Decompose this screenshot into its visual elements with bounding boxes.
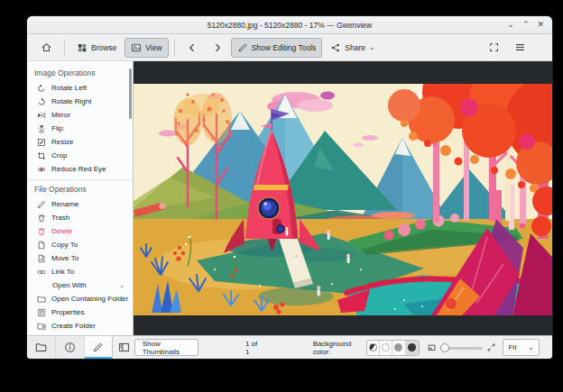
item-label: Create Folder <box>51 322 96 330</box>
pencil-icon <box>237 42 248 53</box>
sidebar-item-move-to[interactable]: Move To <box>27 251 133 265</box>
forward-icon <box>212 42 223 53</box>
half-circle-icon <box>369 343 377 351</box>
sidebar-item-trash[interactable]: Trash <box>27 211 133 224</box>
sidebar-item-rename[interactable]: Rename <box>27 197 133 211</box>
home-icon <box>41 41 52 53</box>
bg-color-dark-button[interactable] <box>406 341 419 355</box>
resize-icon <box>37 138 46 147</box>
bg-color-neutral-button[interactable] <box>392 341 405 355</box>
toolbar-separator <box>174 40 175 56</box>
bg-color-auto-button[interactable] <box>367 341 380 355</box>
zoom-in-icon <box>486 342 496 352</box>
view-label: View <box>145 43 162 52</box>
zoom-out-button[interactable] <box>426 341 438 355</box>
thumbnail-bar-toggle[interactable] <box>118 341 130 355</box>
properties-icon <box>37 308 46 317</box>
minimize-icon[interactable]: ⌄ <box>507 21 514 29</box>
sidebar-item-rotate-right[interactable]: Rotate Right <box>27 95 133 108</box>
toolbar-separator <box>64 40 65 56</box>
titlebar[interactable]: 5120x2880.jpg - 5120x2880 - 17% — Gwenvi… <box>27 16 552 34</box>
browse-button[interactable]: Browse <box>70 38 123 58</box>
image-viewer <box>134 61 552 335</box>
sidebar-item-flip[interactable]: Flip <box>27 122 133 135</box>
move-to-icon <box>37 254 46 263</box>
share-icon <box>330 42 341 53</box>
tab-folders[interactable] <box>27 336 56 359</box>
sidebar-item-delete[interactable]: Delete <box>27 224 133 238</box>
item-label: Mirror <box>51 111 70 119</box>
view-button[interactable]: View <box>125 38 168 58</box>
combo-chevron-icon: ⌄ <box>528 343 534 351</box>
sidebar-item-create-folder[interactable]: Create Folder <box>27 319 133 333</box>
back-button[interactable] <box>180 38 204 58</box>
gray-circle-icon <box>394 343 402 351</box>
copy-to-icon <box>37 241 46 250</box>
create-folder-icon <box>37 322 46 331</box>
item-label: Open With <box>52 281 87 289</box>
zoom-out-icon <box>427 342 437 352</box>
sidebar-scrollbar[interactable] <box>129 68 132 119</box>
background-color-label: Background color: <box>313 340 362 356</box>
item-label: Delete <box>51 227 72 235</box>
background-color-group <box>366 340 420 356</box>
zoom-mode-select[interactable]: Fit ⌄ <box>503 339 540 356</box>
info-icon <box>64 342 76 353</box>
item-label: Rename <box>51 200 78 208</box>
sidebar-item-properties[interactable]: Properties <box>27 305 133 319</box>
maximize-icon[interactable]: ⌃ <box>522 21 530 29</box>
item-label: Link To <box>51 268 74 276</box>
image-view-icon <box>131 42 142 53</box>
rotate-left-icon <box>37 84 46 93</box>
sidebar-item-resize[interactable]: Resize <box>27 135 133 149</box>
menu-button[interactable] <box>508 38 532 58</box>
show-editing-tools-button[interactable]: Show Editing Tools <box>231 38 323 58</box>
statusbar: Show Thumbnails 1 of 1 Background color:… <box>113 335 552 359</box>
bg-color-light-button[interactable] <box>380 341 392 355</box>
zoom-in-button[interactable] <box>485 341 497 355</box>
sidebar-item-rotate-left[interactable]: Rotate Left <box>27 81 133 95</box>
trash-icon <box>37 214 46 223</box>
close-icon[interactable]: ✕ <box>537 21 544 29</box>
home-button[interactable] <box>34 38 59 58</box>
image-canvas[interactable] <box>134 84 552 315</box>
item-label: Open Containing Folder <box>51 295 128 303</box>
page-indicator: 1 of 1 <box>245 340 261 356</box>
desktop: 5120x2880.jpg - 5120x2880 - 17% — Gwenvi… <box>0 0 563 392</box>
folder-icon <box>35 342 47 353</box>
item-label: Flip <box>51 124 63 132</box>
pencil-tab-icon <box>92 342 104 353</box>
zoom-mode-value: Fit <box>508 343 516 351</box>
sidebar-item-crop[interactable]: Crop <box>27 149 133 162</box>
back-icon <box>187 42 198 53</box>
item-label: Rotate Left <box>51 84 87 92</box>
fullscreen-button[interactable] <box>482 38 506 58</box>
sidebar-item-link-to[interactable]: Link To <box>27 265 133 278</box>
file-operations-section: File Operations Rename Trash Delete Copy… <box>27 179 133 333</box>
item-label: Move To <box>51 254 78 262</box>
tab-operations[interactable] <box>85 336 113 359</box>
rotate-right-icon <box>37 97 46 106</box>
zoom-slider-thumb[interactable] <box>440 343 449 352</box>
item-label: Crop <box>51 151 67 160</box>
sidebar-item-mirror[interactable]: Mirror <box>27 108 133 122</box>
item-label: Reduce Red Eye <box>51 165 106 173</box>
image-operations-section: Image Operations Rotate Left Rotate Righ… <box>27 64 133 176</box>
sidebar-item-open-containing-folder[interactable]: Open Containing Folder <box>27 292 133 305</box>
operations-sidebar: Image Operations Rotate Left Rotate Righ… <box>27 61 134 335</box>
tab-information[interactable] <box>56 336 85 359</box>
sidebar-item-open-with[interactable]: Open With ⌄ <box>27 278 133 292</box>
share-button[interactable]: Share ⌄ <box>324 38 381 58</box>
sidebar-item-copy-to[interactable]: Copy To <box>27 238 133 251</box>
window-title: 5120x2880.jpg - 5120x2880 - 17% — Gwenvi… <box>27 21 552 30</box>
flip-icon <box>37 124 46 133</box>
zoom-slider[interactable] <box>440 343 483 352</box>
share-chevron-icon: ⌄ <box>369 43 375 51</box>
sidebar-item-reduce-red-eye[interactable]: Reduce Red Eye <box>27 162 133 176</box>
rename-icon <box>37 200 46 209</box>
item-label: Copy To <box>51 241 78 249</box>
show-thumbnails-button[interactable]: Show Thumbnails <box>134 339 198 356</box>
item-label: Trash <box>51 214 69 222</box>
main-toolbar: Browse View Show Editing Tools Share ⌄ <box>27 34 552 61</box>
forward-button[interactable] <box>206 38 229 58</box>
